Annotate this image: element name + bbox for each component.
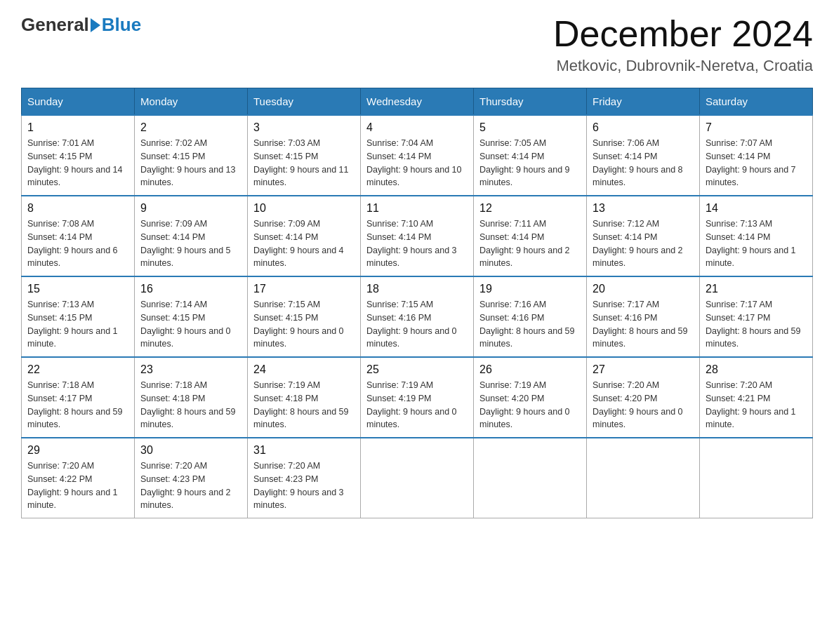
day-info: Sunrise: 7:17 AMSunset: 4:16 PMDaylight:… bbox=[593, 298, 694, 351]
day-number: 25 bbox=[366, 363, 468, 376]
day-info: Sunrise: 7:10 AMSunset: 4:14 PMDaylight:… bbox=[366, 217, 468, 270]
day-number: 27 bbox=[593, 363, 694, 376]
calendar-cell: 7Sunrise: 7:07 AMSunset: 4:14 PMDaylight… bbox=[700, 115, 813, 196]
weekday-header-tuesday: Tuesday bbox=[248, 88, 361, 116]
calendar-cell: 8Sunrise: 7:08 AMSunset: 4:14 PMDaylight… bbox=[22, 196, 135, 276]
day-info: Sunrise: 7:20 AMSunset: 4:20 PMDaylight:… bbox=[593, 379, 694, 431]
day-number: 5 bbox=[479, 121, 581, 134]
day-info: Sunrise: 7:09 AMSunset: 4:14 PMDaylight:… bbox=[140, 217, 241, 270]
day-number: 31 bbox=[253, 444, 355, 457]
day-info: Sunrise: 7:14 AMSunset: 4:15 PMDaylight:… bbox=[140, 298, 241, 351]
logo-blue-text: Blue bbox=[102, 14, 141, 36]
calendar-cell: 19Sunrise: 7:16 AMSunset: 4:16 PMDayligh… bbox=[474, 276, 587, 357]
title-area: December 2024 Metkovic, Dubrovnik-Neretv… bbox=[553, 14, 813, 75]
day-info: Sunrise: 7:15 AMSunset: 4:15 PMDaylight:… bbox=[253, 298, 355, 351]
day-info: Sunrise: 7:19 AMSunset: 4:18 PMDaylight:… bbox=[253, 379, 355, 431]
day-number: 29 bbox=[27, 444, 128, 457]
calendar-cell: 22Sunrise: 7:18 AMSunset: 4:17 PMDayligh… bbox=[22, 357, 135, 438]
day-info: Sunrise: 7:04 AMSunset: 4:14 PMDaylight:… bbox=[366, 137, 468, 189]
day-info: Sunrise: 7:01 AMSunset: 4:15 PMDaylight:… bbox=[27, 137, 128, 189]
calendar-cell bbox=[700, 438, 813, 518]
day-number: 26 bbox=[479, 363, 581, 376]
calendar-cell: 3Sunrise: 7:03 AMSunset: 4:15 PMDaylight… bbox=[248, 115, 361, 196]
calendar-cell: 5Sunrise: 7:05 AMSunset: 4:14 PMDaylight… bbox=[474, 115, 587, 196]
calendar-cell: 18Sunrise: 7:15 AMSunset: 4:16 PMDayligh… bbox=[361, 276, 474, 357]
day-number: 21 bbox=[706, 283, 807, 295]
day-number: 20 bbox=[593, 283, 694, 295]
calendar-cell: 4Sunrise: 7:04 AMSunset: 4:14 PMDaylight… bbox=[361, 115, 474, 196]
calendar-cell: 17Sunrise: 7:15 AMSunset: 4:15 PMDayligh… bbox=[248, 276, 361, 357]
calendar-cell: 23Sunrise: 7:18 AMSunset: 4:18 PMDayligh… bbox=[135, 357, 248, 438]
day-info: Sunrise: 7:13 AMSunset: 4:14 PMDaylight:… bbox=[706, 217, 807, 270]
day-number: 22 bbox=[27, 363, 128, 376]
day-number: 30 bbox=[140, 444, 241, 457]
calendar-cell: 2Sunrise: 7:02 AMSunset: 4:15 PMDaylight… bbox=[135, 115, 248, 196]
weekday-header-saturday: Saturday bbox=[700, 88, 813, 116]
calendar-cell: 30Sunrise: 7:20 AMSunset: 4:23 PMDayligh… bbox=[135, 438, 248, 518]
weekday-header-monday: Monday bbox=[135, 88, 248, 116]
day-info: Sunrise: 7:18 AMSunset: 4:18 PMDaylight:… bbox=[140, 379, 241, 431]
day-info: Sunrise: 7:18 AMSunset: 4:17 PMDaylight:… bbox=[27, 379, 128, 431]
calendar-cell bbox=[361, 438, 474, 518]
day-number: 11 bbox=[366, 202, 468, 215]
weekday-header-thursday: Thursday bbox=[474, 88, 587, 116]
calendar-week-row: 15Sunrise: 7:13 AMSunset: 4:15 PMDayligh… bbox=[22, 276, 813, 357]
day-number: 9 bbox=[140, 202, 241, 215]
day-info: Sunrise: 7:20 AMSunset: 4:22 PMDaylight:… bbox=[27, 459, 128, 512]
day-info: Sunrise: 7:19 AMSunset: 4:19 PMDaylight:… bbox=[366, 379, 468, 431]
weekday-header-row: SundayMondayTuesdayWednesdayThursdayFrid… bbox=[22, 88, 813, 116]
calendar-cell: 12Sunrise: 7:11 AMSunset: 4:14 PMDayligh… bbox=[474, 196, 587, 276]
calendar-cell: 16Sunrise: 7:14 AMSunset: 4:15 PMDayligh… bbox=[135, 276, 248, 357]
day-info: Sunrise: 7:16 AMSunset: 4:16 PMDaylight:… bbox=[479, 298, 581, 351]
calendar-cell: 11Sunrise: 7:10 AMSunset: 4:14 PMDayligh… bbox=[361, 196, 474, 276]
day-info: Sunrise: 7:03 AMSunset: 4:15 PMDaylight:… bbox=[253, 137, 355, 189]
day-info: Sunrise: 7:15 AMSunset: 4:16 PMDaylight:… bbox=[366, 298, 468, 351]
day-info: Sunrise: 7:20 AMSunset: 4:23 PMDaylight:… bbox=[253, 459, 355, 512]
calendar-cell: 14Sunrise: 7:13 AMSunset: 4:14 PMDayligh… bbox=[700, 196, 813, 276]
day-info: Sunrise: 7:02 AMSunset: 4:15 PMDaylight:… bbox=[140, 137, 241, 189]
calendar-cell: 10Sunrise: 7:09 AMSunset: 4:14 PMDayligh… bbox=[248, 196, 361, 276]
day-number: 4 bbox=[366, 121, 468, 134]
day-number: 13 bbox=[593, 202, 694, 215]
calendar-cell: 31Sunrise: 7:20 AMSunset: 4:23 PMDayligh… bbox=[248, 438, 361, 518]
weekday-header-wednesday: Wednesday bbox=[361, 88, 474, 116]
day-info: Sunrise: 7:06 AMSunset: 4:14 PMDaylight:… bbox=[593, 137, 694, 189]
day-number: 6 bbox=[593, 121, 694, 134]
day-info: Sunrise: 7:17 AMSunset: 4:17 PMDaylight:… bbox=[706, 298, 807, 351]
calendar-cell: 24Sunrise: 7:19 AMSunset: 4:18 PMDayligh… bbox=[248, 357, 361, 438]
day-number: 10 bbox=[253, 202, 355, 215]
day-info: Sunrise: 7:09 AMSunset: 4:14 PMDaylight:… bbox=[253, 217, 355, 270]
calendar-week-row: 8Sunrise: 7:08 AMSunset: 4:14 PMDaylight… bbox=[22, 196, 813, 276]
day-number: 18 bbox=[366, 283, 468, 295]
calendar-cell bbox=[474, 438, 587, 518]
day-number: 8 bbox=[27, 202, 128, 215]
day-number: 16 bbox=[140, 283, 241, 295]
logo-triangle-icon bbox=[91, 18, 100, 32]
day-number: 12 bbox=[479, 202, 581, 215]
day-info: Sunrise: 7:20 AMSunset: 4:23 PMDaylight:… bbox=[140, 459, 241, 512]
calendar-table: SundayMondayTuesdayWednesdayThursdayFrid… bbox=[21, 88, 813, 518]
calendar-cell: 28Sunrise: 7:20 AMSunset: 4:21 PMDayligh… bbox=[700, 357, 813, 438]
day-number: 3 bbox=[253, 121, 355, 134]
weekday-header-friday: Friday bbox=[587, 88, 700, 116]
day-info: Sunrise: 7:12 AMSunset: 4:14 PMDaylight:… bbox=[593, 217, 694, 270]
calendar-cell: 21Sunrise: 7:17 AMSunset: 4:17 PMDayligh… bbox=[700, 276, 813, 357]
calendar-week-row: 22Sunrise: 7:18 AMSunset: 4:17 PMDayligh… bbox=[22, 357, 813, 438]
day-number: 2 bbox=[140, 121, 241, 134]
day-number: 24 bbox=[253, 363, 355, 376]
day-number: 7 bbox=[706, 121, 807, 134]
day-number: 14 bbox=[706, 202, 807, 215]
logo: General Blue bbox=[21, 14, 141, 36]
month-title: December 2024 bbox=[553, 14, 813, 54]
calendar-week-row: 29Sunrise: 7:20 AMSunset: 4:22 PMDayligh… bbox=[22, 438, 813, 518]
calendar-cell: 20Sunrise: 7:17 AMSunset: 4:16 PMDayligh… bbox=[587, 276, 700, 357]
day-number: 23 bbox=[140, 363, 241, 376]
day-info: Sunrise: 7:08 AMSunset: 4:14 PMDaylight:… bbox=[27, 217, 128, 270]
day-number: 1 bbox=[27, 121, 128, 134]
day-info: Sunrise: 7:07 AMSunset: 4:14 PMDaylight:… bbox=[706, 137, 807, 189]
day-number: 17 bbox=[253, 283, 355, 295]
calendar-cell: 29Sunrise: 7:20 AMSunset: 4:22 PMDayligh… bbox=[22, 438, 135, 518]
calendar-cell: 15Sunrise: 7:13 AMSunset: 4:15 PMDayligh… bbox=[22, 276, 135, 357]
location-title: Metkovic, Dubrovnik-Neretva, Croatia bbox=[553, 57, 813, 75]
day-info: Sunrise: 7:05 AMSunset: 4:14 PMDaylight:… bbox=[479, 137, 581, 189]
